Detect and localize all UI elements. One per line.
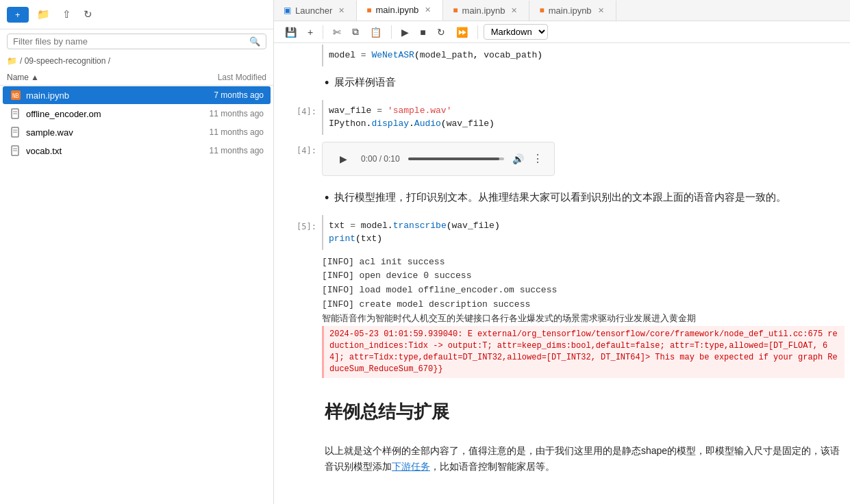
audio-progress-bar[interactable] (408, 158, 504, 160)
cell-wav-file: [4]: wav_file = 'sample.wav' IPython.dis… (274, 100, 850, 135)
plus-icon: + (15, 10, 21, 20)
tab-main-2[interactable]: ■ main.ipynb ✕ (443, 1, 529, 21)
search-bar: 🔍 (7, 34, 266, 49)
cell-prompt (274, 383, 322, 436)
cell-audio-output: [4]: ▶ 0:00 / 0:10 🔊 ⋮ (274, 136, 850, 181)
search-input[interactable] (13, 36, 249, 47)
output-line-3: [INFO] load model offline_encoder.om suc… (322, 284, 845, 298)
cell-prompt: [5]: (274, 215, 322, 250)
toolbar-separator-2 (391, 25, 392, 39)
cell-prompt (274, 68, 322, 99)
tab-launcher[interactable]: ▣ Launcher ✕ (274, 1, 357, 21)
cell-markdown-audio: 展示样例语音 (274, 68, 850, 99)
refresh-button[interactable]: ↻ (79, 5, 97, 23)
breadcrumb: 📁 / 09-speech-recognition / (0, 53, 273, 70)
audio-file-icon (10, 126, 22, 138)
cell-transcribe: [5]: txt = model.transcribe(wav_file) pr… (274, 215, 850, 250)
cell-markdown-infer: 执行模型推理，打印识别文本。从推理结果大家可以看到识别出的文本跟上面的语音内容是… (274, 183, 850, 214)
file-list-header: Name ▲ Last Modified (0, 70, 273, 86)
new-button[interactable]: + (7, 7, 29, 23)
code-input[interactable]: wav_file = 'sample.wav' IPython.display.… (322, 100, 850, 135)
error-output: 2024-05-23 01:01:59.939040: E external/o… (322, 326, 845, 377)
last-modified-column-label: Last Modified (177, 73, 266, 82)
file-modified: 11 months ago (175, 146, 264, 155)
run-button[interactable]: ▶ (397, 25, 413, 40)
file-item-offline-encoder[interactable]: offline_encoder.om 11 months ago (3, 105, 271, 123)
fast-forward-button[interactable]: ⏩ (452, 25, 472, 40)
tab-main-3[interactable]: ■ main.ipynb ✕ (529, 1, 616, 21)
new-folder-button[interactable]: 📁 (33, 5, 54, 23)
volume-button[interactable]: 🔊 (512, 153, 524, 164)
toolbar-separator-3 (477, 25, 478, 39)
audio-progress-filled (408, 158, 499, 160)
text-file-icon (10, 144, 22, 157)
launcher-icon: ▣ (284, 5, 291, 15)
restart-button[interactable]: ↻ (433, 25, 449, 40)
refresh-icon: ↻ (84, 8, 92, 20)
file-name: sample.wav (26, 127, 175, 138)
code-output: [INFO] acl init success [INFO] open devi… (322, 251, 850, 382)
folder-icon-sm: 📁 (7, 56, 17, 66)
save-button[interactable]: 💾 (281, 25, 301, 40)
kernel-selector[interactable]: Markdown Code Raw (484, 24, 548, 40)
cell-markdown-content: 执行模型推理，打印识别文本。从推理结果大家可以看到识别出的文本跟上面的语音内容是… (322, 183, 850, 214)
cell-prompt (274, 183, 322, 214)
notebook-tab-icon-3: ■ (539, 5, 544, 15)
file-item-vocab-txt[interactable]: vocab.txt 11 months ago (3, 142, 271, 160)
code-input[interactable]: model = WeNetASR(model_path, vocab_path) (322, 45, 850, 66)
more-options-button[interactable]: ⋮ (532, 152, 543, 165)
audio-player: ▶ 0:00 / 0:10 🔊 ⋮ (322, 142, 555, 176)
tab-bar: ▣ Launcher ✕ ■ main.ipynb ✕ ■ main.ipynb… (274, 0, 850, 21)
file-modified: 11 months ago (175, 127, 264, 137)
audio-time: 0:00 / 0:10 (361, 154, 400, 164)
file-name: offline_encoder.om (26, 109, 175, 119)
output-line-5: 智能语音作为智能时代人机交互的关键接口各行各业爆发式的场景需求驱动行业发展进入黄… (322, 312, 845, 327)
search-icon: 🔍 (249, 36, 260, 47)
file-icon (10, 108, 22, 120)
file-name: main.ipynb (26, 90, 175, 101)
tab-label: main.ipynb (549, 5, 592, 16)
sidebar-toolbar: + 📁 ⇧ ↻ (0, 0, 273, 29)
file-modified: 11 months ago (175, 109, 264, 118)
file-browser-sidebar: + 📁 ⇧ ↻ 🔍 📁 / 09-speech-recognition / Na… (0, 0, 274, 504)
file-item-main-ipynb[interactable]: NB main.ipynb 7 months ago (3, 86, 271, 104)
cell-markdown-content: 展示样例语音 (322, 68, 850, 99)
paragraph-text: 以上就是这个样例的全部内容了，值得注意的是，由于我们这里用的是静态shape的模… (325, 443, 847, 476)
file-item-sample-wav[interactable]: sample.wav 11 months ago (3, 123, 271, 141)
play-button[interactable]: ▶ (334, 149, 353, 168)
tab-main-1[interactable]: ■ main.ipynb ✕ (357, 0, 443, 21)
cut-button[interactable]: ✄ (329, 25, 345, 40)
cell-prompt (274, 45, 322, 66)
audio-output-content: ▶ 0:00 / 0:10 🔊 ⋮ (322, 136, 850, 181)
cell-code-content: txt = model.transcribe(wav_file) print(t… (322, 215, 850, 250)
stop-button[interactable]: ■ (416, 25, 429, 40)
tab-close-main2[interactable]: ✕ (509, 5, 519, 16)
markdown-text: 展示样例语音 (325, 73, 847, 93)
tab-close-launcher[interactable]: ✕ (336, 5, 347, 16)
sort-by-name[interactable]: Name ▲ (7, 73, 177, 82)
notebook-tab-icon-2: ■ (453, 5, 458, 15)
tab-close-main1[interactable]: ✕ (423, 5, 433, 15)
upload-button[interactable]: ⇧ (58, 5, 75, 23)
folder-icon: 📁 (37, 8, 50, 20)
tab-close-main3[interactable]: ✕ (596, 5, 606, 16)
output-line-4: [INFO] create model description success (322, 298, 845, 312)
file-list: NB main.ipynb 7 months ago offline_encod… (0, 86, 273, 504)
code-input[interactable]: txt = model.transcribe(wav_file) print(t… (322, 215, 850, 250)
notebook-icon: NB (10, 89, 22, 101)
copy-button[interactable]: ⧉ (348, 24, 363, 40)
svg-text:NB: NB (12, 93, 19, 99)
name-column-label: Name (7, 73, 29, 82)
file-modified: 7 months ago (175, 90, 264, 100)
underline-link[interactable]: 下游任务 (392, 461, 430, 472)
add-cell-button[interactable]: + (303, 25, 317, 40)
output-line-2: [INFO] open device 0 success (322, 269, 845, 284)
section-heading: 样例总结与扩展 (325, 400, 847, 424)
notebook-tab-icon: ■ (366, 5, 371, 15)
cell-paragraph: 以上就是这个样例的全部内容了，值得注意的是，由于我们这里用的是静态shape的模… (274, 438, 850, 481)
tab-label: main.ipynb (375, 5, 418, 15)
cell-prompt: [4]: (274, 136, 322, 181)
file-name: vocab.txt (26, 146, 175, 156)
notebook-toolbar: 💾 + ✄ ⧉ 📋 ▶ ■ ↻ ⏩ Markdown Code Raw (274, 21, 850, 43)
paste-button[interactable]: 📋 (366, 25, 386, 40)
